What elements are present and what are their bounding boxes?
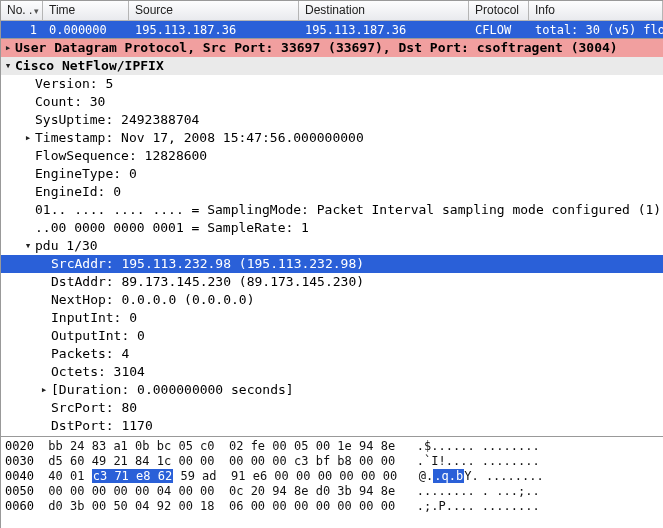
hex-bytes: d0 3b 00 50 04 92 00 18 06 00 00 00 00 0… xyxy=(48,499,395,513)
cell-info: total: 30 (v5) flows xyxy=(529,23,663,37)
hex-ascii: @. xyxy=(419,469,433,483)
cell-no: 1 xyxy=(1,23,43,37)
tree-dstaddr[interactable]: ▸DstAddr: 89.173.145.230 (89.173.145.230… xyxy=(1,273,663,291)
tree-enginetype[interactable]: ▸EngineType: 0 xyxy=(1,165,663,183)
hex-bytes: 59 ad 91 e6 00 00 00 00 00 00 xyxy=(173,469,397,483)
hex-ascii: .$...... ........ xyxy=(417,439,540,453)
cell-source: 195.113.187.36 xyxy=(129,23,299,37)
tree-udp-header[interactable]: ▸ User Datagram Protocol, Src Port: 3369… xyxy=(1,39,663,57)
tree-srcport[interactable]: ▸SrcPort: 80 xyxy=(1,399,663,417)
hex-ascii: ........ . ...;.. xyxy=(417,484,540,498)
hex-bytes: d5 60 49 21 84 1c 00 00 00 00 00 c3 bf b… xyxy=(48,454,395,468)
hex-bytes: bb 24 83 a1 0b bc 05 c0 02 fe 00 05 00 1… xyxy=(48,439,395,453)
tree-flowsequence[interactable]: ▸FlowSequence: 12828600 xyxy=(1,147,663,165)
hex-offset: 0040 xyxy=(5,469,34,483)
hex-offset: 0020 xyxy=(5,439,34,453)
tree-engineid[interactable]: ▸EngineId: 0 xyxy=(1,183,663,201)
cell-time: 0.000000 xyxy=(43,23,129,37)
hex-offset: 0030 xyxy=(5,454,34,468)
tree-sample-rate[interactable]: ▸..00 0000 0000 0001 = SampleRate: 1 xyxy=(1,219,663,237)
col-header-info[interactable]: Info xyxy=(529,1,663,20)
twisty-right-icon[interactable]: ▸ xyxy=(21,129,35,147)
tree-srcaddr[interactable]: ▸SrcAddr: 195.113.232.98 (195.113.232.98… xyxy=(1,255,663,273)
tree-count[interactable]: ▸Count: 30 xyxy=(1,93,663,111)
hex-ascii: .`I!.... ........ xyxy=(417,454,540,468)
packet-details-pane[interactable]: ▸ User Datagram Protocol, Src Port: 3369… xyxy=(1,38,663,437)
twisty-down-icon[interactable]: ▾ xyxy=(1,57,15,75)
hex-ascii-highlight: .q.b xyxy=(433,469,464,483)
col-header-time[interactable]: Time xyxy=(43,1,129,20)
tree-pdu-header[interactable]: ▾pdu 1/30 xyxy=(1,237,663,255)
hex-bytes: 40 01 xyxy=(48,469,91,483)
hex-offset: 0050 xyxy=(5,484,34,498)
packet-row-1[interactable]: 1 0.000000 195.113.187.36 195.113.187.36… xyxy=(1,21,663,38)
cell-protocol: CFLOW xyxy=(469,23,529,37)
tree-duration[interactable]: ▸[Duration: 0.000000000 seconds] xyxy=(1,381,663,399)
hex-pane[interactable]: 0020 bb 24 83 a1 0b bc 05 c0 02 fe 00 05… xyxy=(1,437,663,525)
tree-timestamp[interactable]: ▸Timestamp: Nov 17, 2008 15:47:56.000000… xyxy=(1,129,663,147)
tree-dstport[interactable]: ▸DstPort: 1170 xyxy=(1,417,663,435)
tree-cisco-header[interactable]: ▾ Cisco NetFlow/IPFIX xyxy=(1,57,663,75)
twisty-right-icon[interactable]: ▸ xyxy=(1,39,15,57)
tree-octets[interactable]: ▸Octets: 3104 xyxy=(1,363,663,381)
tree-outputint[interactable]: ▸OutputInt: 0 xyxy=(1,327,663,345)
cisco-header-text: Cisco NetFlow/IPFIX xyxy=(15,57,659,75)
twisty-down-icon[interactable]: ▾ xyxy=(21,237,35,255)
col-header-source[interactable]: Source xyxy=(129,1,299,20)
col-header-protocol[interactable]: Protocol xyxy=(469,1,529,20)
hex-ascii: Y. ........ xyxy=(464,469,543,483)
tree-nexthop[interactable]: ▸NextHop: 0.0.0.0 (0.0.0.0) xyxy=(1,291,663,309)
tree-packets[interactable]: ▸Packets: 4 xyxy=(1,345,663,363)
twisty-right-icon[interactable]: ▸ xyxy=(37,381,51,399)
col-header-no[interactable]: No. .▾ xyxy=(1,1,43,20)
hex-bytes: 00 00 00 00 00 04 00 00 0c 20 94 8e d0 3… xyxy=(48,484,395,498)
hex-offset: 0060 xyxy=(5,499,34,513)
packet-list-header[interactable]: No. .▾ Time Source Destination Protocol … xyxy=(1,1,663,21)
udp-header-text: User Datagram Protocol, Src Port: 33697 … xyxy=(15,39,659,57)
col-header-destination[interactable]: Destination xyxy=(299,1,469,20)
hex-ascii: .;.P.... ........ xyxy=(417,499,540,513)
tree-sysuptime[interactable]: ▸SysUptime: 2492388704 xyxy=(1,111,663,129)
cell-destination: 195.113.187.36 xyxy=(299,23,469,37)
tree-version[interactable]: ▸Version: 5 xyxy=(1,75,663,93)
hex-bytes-highlight: c3 71 e8 62 xyxy=(92,469,173,483)
tree-inputint[interactable]: ▸InputInt: 0 xyxy=(1,309,663,327)
tree-sampling-mode[interactable]: ▸01.. .... .... .... = SamplingMode: Pac… xyxy=(1,201,663,219)
